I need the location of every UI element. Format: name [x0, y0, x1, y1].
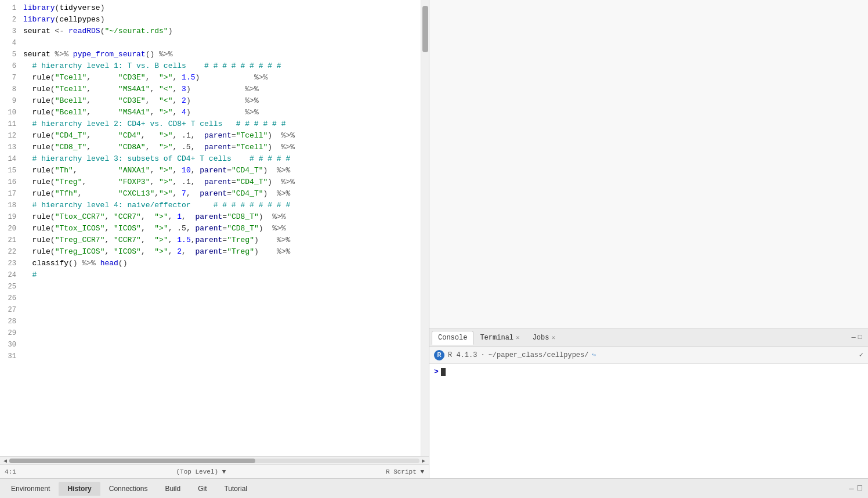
- code-line: 10 rule("Bcell", "MS4A1", ">", 4) %>%: [0, 107, 419, 118]
- scrollbar-track[interactable]: [9, 459, 419, 463]
- console-working-dir: ~/paper_class/cellpypes/: [489, 351, 589, 359]
- line-content: [23, 316, 419, 327]
- line-number: 17: [0, 188, 23, 200]
- line-content: rule("Treg_CCR7", "CCR7", ">", 1.5,paren…: [23, 234, 419, 246]
- line-content: rule("Bcell", "MS4A1", ">", 4) %>%: [23, 107, 419, 118]
- line-number: 11: [0, 118, 23, 130]
- line-number: 24: [0, 269, 23, 281]
- code-line: 5seurat %>% pype_from_seurat() %>%: [0, 49, 419, 60]
- line-content: [23, 351, 419, 362]
- line-number: 7: [0, 72, 23, 84]
- line-number: 23: [0, 258, 23, 269]
- r-version: R 4.1.3: [448, 351, 477, 359]
- line-number: 21: [0, 234, 23, 246]
- code-line: 1library(tidyverse): [0, 2, 419, 14]
- line-content: #: [23, 269, 419, 281]
- tab-console[interactable]: Console: [432, 331, 473, 345]
- console-prompt-line: >: [434, 367, 863, 376]
- scrollbar-thumb[interactable]: [9, 459, 255, 463]
- line-content: library(tidyverse): [23, 2, 419, 14]
- r-logo-icon: R: [434, 350, 444, 360]
- line-number: 25: [0, 281, 23, 293]
- tab-connections[interactable]: Connections: [100, 482, 157, 496]
- line-content: rule("Ttox_ICOS", "ICOS", ">", .5, paren…: [23, 223, 419, 234]
- code-line: 6 # hierarchy level 1: T vs. B cells # #…: [0, 60, 419, 72]
- line-content: [23, 304, 419, 316]
- code-line: 3seurat <- readRDS("~/seurat.rds"): [0, 26, 419, 37]
- line-number: 1: [0, 2, 23, 14]
- line-number: 26: [0, 293, 23, 304]
- console-header: R R 4.1.3 · ~/paper_class/cellpypes/ ↪ ✓: [429, 347, 868, 364]
- code-content[interactable]: 1library(tidyverse)2library(cellpypes)3s…: [0, 0, 429, 456]
- line-content: rule("Treg", "FOXP3", ">", .1, parent="C…: [23, 176, 419, 188]
- maximize-console-icon[interactable]: □: [858, 333, 862, 342]
- code-line: 20 rule("Ttox_ICOS", "ICOS", ">", .5, pa…: [0, 223, 419, 234]
- console-body[interactable]: >: [429, 364, 868, 478]
- bottom-tabs-panel: Environment History Connections Build Gi…: [0, 478, 868, 498]
- code-line: 13 rule("CD8_T", "CD8A", ">", .5, parent…: [0, 142, 419, 153]
- bottom-maximize-icon[interactable]: □: [858, 483, 862, 493]
- line-content: rule("CD8_T", "CD8A", ">", .5, parent="T…: [23, 142, 419, 153]
- line-content: rule("Tfh", "CXCL13",">", 7, parent="CD4…: [23, 188, 419, 200]
- horizontal-scrollbar[interactable]: ◀ ▶: [0, 456, 429, 464]
- editor-panel: 1library(tidyverse)2library(cellpypes)3s…: [0, 0, 429, 478]
- code-line: 8 rule("Tcell", "MS4A1", "<", 3) %>%: [0, 84, 419, 95]
- line-content: rule("Bcell", "CD3E", "<", 2) %>%: [23, 95, 419, 107]
- main-area: 1library(tidyverse)2library(cellpypes)3s…: [0, 0, 868, 478]
- line-content: [23, 339, 419, 351]
- line-content: rule("Th", "ANXA1", ">", 10, parent="CD4…: [23, 165, 419, 176]
- console-tab-actions: ‒ □: [852, 333, 866, 342]
- console-panel: Console Terminal ✕ Jobs ✕ ‒ □: [429, 329, 868, 478]
- console-dir-link-icon[interactable]: ↪: [592, 351, 596, 359]
- minimize-console-icon[interactable]: ‒: [852, 333, 856, 342]
- code-line: 11 # hierarchy level 2: CD4+ vs. CD8+ T …: [0, 118, 419, 130]
- bottom-tab-actions: ‒ □: [849, 483, 866, 493]
- console-tabs-row: Console Terminal ✕ Jobs ✕: [432, 331, 852, 345]
- tab-build[interactable]: Build: [156, 482, 189, 496]
- console-tabs-bar: Console Terminal ✕ Jobs ✕ ‒ □: [429, 329, 868, 347]
- tab-tutorial[interactable]: Tutorial: [215, 482, 256, 496]
- line-content: [23, 327, 419, 339]
- code-line: 31: [0, 351, 419, 362]
- line-number: 29: [0, 327, 23, 339]
- vertical-scrollbar-thumb[interactable]: [422, 6, 428, 52]
- tab-environment[interactable]: Environment: [2, 482, 59, 496]
- code-line: 4: [0, 37, 419, 49]
- code-line: 14 # hierarchy level 3: subsets of CD4+ …: [0, 153, 419, 165]
- line-content: [23, 293, 419, 304]
- line-number: 6: [0, 60, 23, 72]
- scroll-left-arrow[interactable]: ◀: [1, 457, 9, 465]
- console-checkmark-icon[interactable]: ✓: [859, 351, 863, 359]
- code-line: 23 classify() %>% head(): [0, 258, 419, 269]
- tab-git[interactable]: Git: [189, 482, 215, 496]
- line-content: seurat %>% pype_from_seurat() %>%: [23, 49, 419, 60]
- jobs-close-icon[interactable]: ✕: [551, 334, 555, 341]
- line-content: [23, 37, 419, 49]
- right-panel: Console Terminal ✕ Jobs ✕ ‒ □: [429, 0, 868, 478]
- tab-jobs[interactable]: Jobs ✕: [526, 331, 562, 345]
- vertical-scrollbar[interactable]: [421, 0, 429, 456]
- line-number: 30: [0, 339, 23, 351]
- line-content: classify() %>% head(): [23, 258, 419, 269]
- code-line: 28: [0, 316, 419, 327]
- line-content: # hierarchy level 3: subsets of CD4+ T c…: [23, 153, 419, 165]
- editor-status-bar: 4:1 (Top Level) ▼ R Script ▼: [0, 464, 429, 478]
- line-content: # hierarchy level 2: CD4+ vs. CD8+ T cel…: [23, 118, 419, 130]
- code-line: 7 rule("Tcell", "CD3E", ">", 1.5) %>%: [0, 72, 419, 84]
- code-line: 15 rule("Th", "ANXA1", ">", 10, parent="…: [0, 165, 419, 176]
- code-line: 30: [0, 339, 419, 351]
- code-line: 26: [0, 293, 419, 304]
- line-content: rule("Tcell", "MS4A1", "<", 3) %>%: [23, 84, 419, 95]
- line-number: 27: [0, 304, 23, 316]
- code-line: 16 rule("Treg", "FOXP3", ">", .1, parent…: [0, 176, 419, 188]
- tab-history[interactable]: History: [59, 482, 100, 496]
- scope-indicator: (Top Level) ▼: [176, 468, 226, 475]
- tab-terminal[interactable]: Terminal ✕: [473, 331, 526, 345]
- scroll-right-arrow[interactable]: ▶: [419, 457, 428, 465]
- line-number: 5: [0, 49, 23, 60]
- line-number: 18: [0, 200, 23, 211]
- terminal-close-icon[interactable]: ✕: [516, 334, 520, 341]
- line-number: 28: [0, 316, 23, 327]
- bottom-minimize-icon[interactable]: ‒: [849, 483, 853, 493]
- line-content: # hierarchy level 1: T vs. B cells # # #…: [23, 60, 419, 72]
